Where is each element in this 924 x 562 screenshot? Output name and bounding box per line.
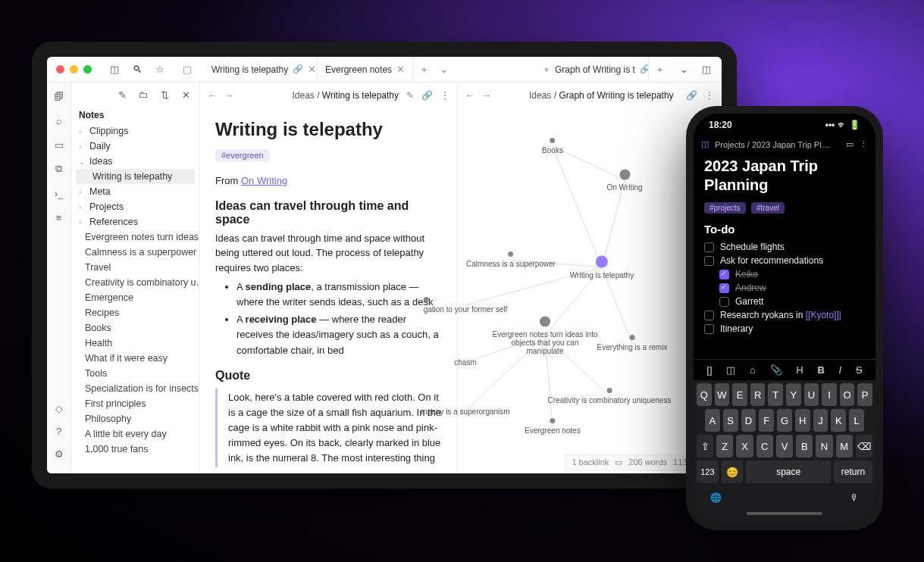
folder-ideas[interactable]: ⌄Ideas	[71, 154, 199, 169]
key[interactable]: R	[750, 383, 766, 406]
backspace-key[interactable]: ⌫	[856, 435, 872, 457]
todo-item[interactable]: Keiko	[704, 267, 865, 281]
key[interactable]: G	[777, 409, 792, 432]
space-key[interactable]: space	[746, 461, 831, 483]
breadcrumb[interactable]: Projects / 2023 Japan Trip Pl…	[715, 140, 840, 149]
folder-daily[interactable]: ›Daily	[71, 139, 199, 154]
numbers-key[interactable]: 123	[697, 461, 719, 483]
star-icon[interactable]: ☆	[154, 64, 166, 76]
files-icon[interactable]: 🗐	[53, 90, 65, 102]
key[interactable]: S	[723, 409, 738, 432]
back-icon[interactable]: ←	[465, 90, 475, 101]
new-folder-icon[interactable]: 🗀	[137, 89, 149, 101]
phone-document[interactable]: 2023 Japan Trip Planning #projects #trav…	[694, 152, 875, 359]
tab-evergreen-notes[interactable]: Evergreen notes ✕	[318, 57, 413, 82]
new-tab-button[interactable]: ＋	[413, 57, 434, 82]
close-icon[interactable]: ✕	[396, 64, 405, 75]
strike-button[interactable]: S	[856, 364, 863, 376]
key[interactable]: U	[804, 383, 819, 406]
key[interactable]: W	[715, 383, 730, 406]
mic-icon[interactable]: 🎙	[850, 492, 859, 503]
graph-node[interactable]: Calmness is a superpower	[466, 251, 556, 268]
collapse-icon[interactable]: ✕	[180, 89, 192, 101]
maximize-window-button[interactable]	[83, 65, 92, 73]
close-window-button[interactable]	[56, 65, 64, 73]
tab-dropdown-icon[interactable]: ⌄	[678, 64, 690, 76]
note-item[interactable]: 1,000 true fans	[71, 442, 199, 457]
key[interactable]: I	[822, 383, 837, 406]
checkbox[interactable]	[704, 324, 714, 334]
checkbox[interactable]	[704, 242, 714, 252]
more-icon[interactable]: ⋮	[860, 139, 868, 149]
note-item[interactable]: First principles	[71, 396, 199, 411]
note-item[interactable]: Emergence	[71, 290, 199, 305]
panel-icon[interactable]: ▢	[181, 64, 193, 76]
tag-travel[interactable]: #travel	[751, 202, 785, 214]
copy-icon[interactable]: ⧉	[53, 163, 65, 175]
key[interactable]: A	[705, 409, 720, 432]
graph-node[interactable]: Creativity is combinatory uniqueness	[548, 388, 672, 404]
key[interactable]: M	[836, 435, 853, 457]
tag-evergreen[interactable]: #evergreen	[215, 149, 270, 161]
note-item[interactable]: A little bit every day	[71, 426, 199, 442]
back-icon[interactable]: ←	[208, 90, 217, 101]
checkbox[interactable]	[719, 297, 729, 307]
key[interactable]: X	[736, 435, 753, 457]
key[interactable]: F	[759, 409, 774, 432]
note-item[interactable]: Specialization is for insects	[71, 381, 199, 396]
calendar-icon[interactable]: ▭	[53, 139, 65, 151]
breadcrumb[interactable]: Ideas / Graph of Writing is telepathy	[529, 90, 678, 101]
close-icon[interactable]: ✕	[308, 64, 316, 75]
new-note-icon[interactable]: ✎	[116, 89, 128, 101]
checkbox[interactable]	[704, 256, 714, 266]
minimize-window-button[interactable]	[70, 65, 78, 73]
note-item[interactable]: Evergreen notes turn ideas…	[71, 229, 199, 245]
globe-icon[interactable]: 🌐	[710, 492, 722, 503]
todo-item[interactable]: Garrett	[704, 295, 865, 308]
graph-node[interactable]: mpany is a superorganism	[421, 407, 509, 416]
note-writing-telepathy[interactable]: Writing is telepathy	[76, 169, 195, 184]
key[interactable]: C	[756, 435, 773, 457]
file-icon[interactable]: ◫	[726, 364, 735, 376]
new-tab-button[interactable]: ＋	[649, 57, 670, 82]
more-icon[interactable]: ⋮	[705, 90, 714, 101]
italic-button[interactable]: I	[839, 364, 842, 376]
key[interactable]: Q	[697, 383, 712, 406]
graph-node[interactable]: Books	[542, 138, 563, 155]
sidebar-toggle-icon[interactable]: ◫	[108, 64, 121, 76]
folder-projects[interactable]: ›Projects	[71, 199, 199, 214]
graph-node[interactable]: Evergreen notes turn ideas into objects …	[492, 317, 598, 355]
breadcrumb[interactable]: Ideas / Writing is telepathy	[241, 90, 399, 101]
key[interactable]: O	[840, 383, 855, 406]
forward-icon[interactable]: →	[224, 90, 233, 101]
wikilink-kyoto[interactable]: [[Kyoto]]	[806, 310, 839, 320]
todo-item[interactable]: Itinerary	[704, 322, 865, 336]
todo-item[interactable]: Schedule flights	[704, 240, 865, 254]
help-icon[interactable]: ?	[53, 425, 65, 437]
search-icon[interactable]: 🔍︎	[131, 64, 143, 76]
checkbox-checked[interactable]	[719, 283, 729, 293]
graph-node[interactable]: Everything is a remix	[597, 335, 668, 351]
home-indicator[interactable]	[747, 512, 822, 515]
document-body[interactable]: Writing is telepathy #evergreen From On …	[200, 108, 457, 472]
key[interactable]: P	[857, 383, 872, 406]
graph-node[interactable]: gation to your former self	[424, 297, 508, 314]
note-item[interactable]: Recipes	[71, 305, 199, 320]
key[interactable]: V	[776, 435, 793, 457]
brackets-icon[interactable]: []	[706, 364, 712, 376]
return-key[interactable]: return	[834, 461, 872, 483]
sidebar-icon[interactable]: ◫	[701, 139, 709, 149]
book-icon[interactable]: ▭	[846, 139, 854, 149]
graph-node-current[interactable]: Writing is telepathy	[570, 256, 634, 279]
shift-key[interactable]: ⇧	[697, 435, 713, 457]
key[interactable]: K	[831, 409, 846, 432]
key[interactable]: Y	[786, 383, 801, 406]
tab-dropdown-icon[interactable]: ⌄	[434, 57, 453, 82]
sort-icon[interactable]: ⇅	[158, 89, 171, 101]
key[interactable]: T	[768, 383, 783, 406]
todo-item[interactable]: Ask for recommendations	[704, 254, 865, 267]
more-icon[interactable]: ⋮	[440, 90, 449, 101]
graph-canvas[interactable]: Books On Writing Calmness is a superpowe…	[458, 108, 722, 473]
folder-meta[interactable]: ›Meta	[71, 184, 199, 199]
forward-icon[interactable]: →	[482, 90, 491, 101]
